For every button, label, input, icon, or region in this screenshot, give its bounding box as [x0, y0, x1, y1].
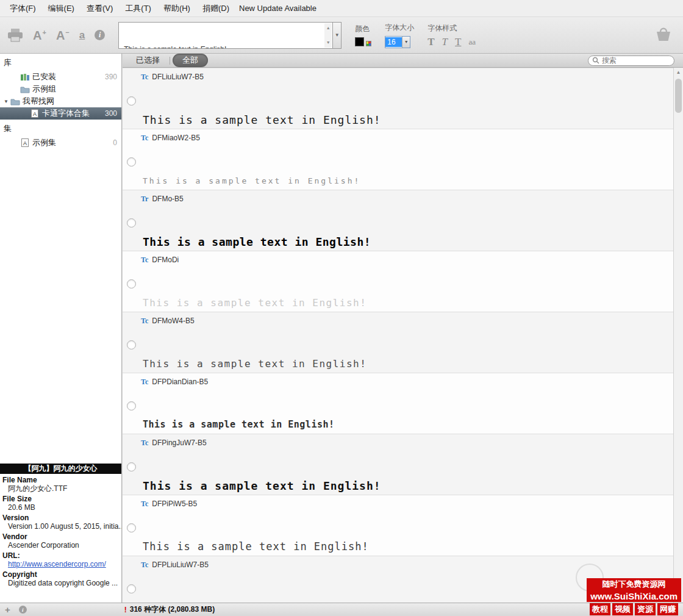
color-palette-icon[interactable] — [366, 41, 371, 46]
italic-style-button[interactable]: T — [442, 37, 448, 47]
menu-item[interactable]: 工具(T) — [119, 0, 157, 17]
font-row[interactable]: Tc DFPDianDian-B5 This is a sample text … — [123, 373, 673, 434]
font-select-radio[interactable] — [127, 279, 136, 288]
info-field-value: Digitized data copyright Google ... — [0, 579, 121, 587]
update-notice[interactable]: New Update Available — [239, 4, 316, 13]
tab-all-fonts[interactable]: 全部 — [173, 54, 208, 67]
font-size-select[interactable]: 16 ▼ — [385, 36, 410, 48]
font-sample-line1: This is a sample text in English! — [143, 113, 673, 126]
font-name: DFPDianDian-B5 — [152, 378, 208, 386]
letter-a-icon[interactable]: a — [79, 30, 85, 40]
scrollbar-thumb[interactable] — [675, 79, 682, 113]
watermark-badge: 网赚 — [657, 603, 678, 615]
font-select-radio[interactable] — [127, 96, 136, 106]
font-row[interactable]: Tc DFLiuLiuW7-B5 This is a sample text i… — [123, 68, 673, 129]
info-field-value: Ascender Corporation — [0, 541, 121, 550]
sidebar-item[interactable]: ▼ 已安装 390 — [0, 71, 121, 83]
underline-style-button[interactable]: T — [455, 37, 461, 47]
font-select-radio[interactable] — [127, 218, 136, 227]
status-info-icon[interactable]: i — [19, 606, 27, 614]
watermark-badges: 教程视频资源网赚 — [587, 603, 681, 615]
sets-section-header: 集 — [0, 120, 121, 137]
info-field-label: Version — [0, 514, 121, 522]
sidebar-item-count: 0 — [113, 138, 121, 147]
preview-dropdown-icon[interactable]: ▼ — [333, 22, 342, 49]
sidebar-item[interactable]: ▼ A 示例集 0 — [0, 137, 121, 149]
svg-text:A: A — [33, 111, 37, 117]
font-type-icon: Tc — [141, 378, 148, 387]
vertical-scrollbar[interactable]: ▲ — [673, 68, 683, 603]
search-input[interactable] — [602, 56, 670, 65]
scroll-up-icon[interactable]: ▲ — [674, 68, 683, 77]
font-row[interactable]: Tc DFMoW4-B5 This is a sample text in En… — [123, 312, 673, 373]
menu-item[interactable]: 编辑(E) — [42, 0, 80, 17]
font-select-radio[interactable] — [127, 401, 136, 410]
font-row[interactable]: Tr DFMo-B5 This is a sample text in Engl… — [123, 190, 673, 251]
font-type-icon: Tc — [141, 317, 148, 326]
font-size-label: 字体大小 — [385, 23, 414, 33]
add-icon[interactable]: + — [5, 604, 10, 615]
font-row[interactable]: Tc DFPingJuW7-B5 This is a sample text i… — [123, 434, 673, 495]
font-name: DFPingJuW7-B5 — [152, 439, 206, 447]
font-info-fields: File Name 阿九的少女心.TTF File Size 20.6 MB V… — [0, 476, 121, 587]
search-icon — [592, 57, 599, 64]
menu-item[interactable]: 帮助(H) — [157, 0, 196, 17]
info-field: File Name 阿九的少女心.TTF — [0, 476, 121, 493]
info-icon[interactable]: i — [95, 30, 105, 40]
sidebar-item[interactable]: ▼ A 卡通字体合集 300 — [0, 107, 121, 120]
sidebar-item-label: 我帮找网 — [23, 96, 54, 107]
sidebar-item-label: 示例集 — [32, 137, 56, 148]
font-size-group: 字体大小 16 ▼ — [385, 23, 414, 48]
font-select-radio[interactable] — [127, 157, 136, 167]
sidebar: 库 ▼ 已安装 390 ▼ 示例组 ▼ 我帮找网 ▼ A 卡通字体合集 300 … — [0, 54, 122, 603]
print-icon[interactable] — [7, 29, 23, 42]
sidebar-item[interactable]: ▼ 我帮找网 — [0, 95, 121, 107]
info-field: URL: http://www.ascendercorp.com/ — [0, 551, 121, 568]
decrease-font-size-icon[interactable]: A− — [56, 29, 70, 41]
search-box[interactable] — [588, 56, 674, 66]
folder-icon — [10, 98, 21, 106]
basket-icon[interactable] — [655, 26, 672, 44]
increase-font-size-icon[interactable]: A+ — [33, 29, 46, 41]
library-section-header: 库 — [0, 54, 121, 71]
font-row[interactable]: Tc DFMiaoW2-B5 This is a sample text in … — [123, 129, 673, 190]
letter-case-button[interactable]: aa — [468, 38, 476, 46]
preview-text-box[interactable]: This is a sample text in English! by wob… — [118, 22, 333, 49]
svg-text:A: A — [23, 140, 27, 146]
chevron-down-icon[interactable]: ▼ — [402, 37, 410, 48]
menu-item[interactable]: 字体(F) — [4, 0, 42, 17]
font-type-icon: Tc — [141, 560, 148, 570]
menu-item[interactable]: 捐赠(D) — [196, 0, 235, 17]
tab-selected-fonts[interactable]: 已选择 — [129, 54, 167, 67]
tab-separator — [170, 57, 170, 65]
font-select-radio[interactable] — [127, 340, 136, 349]
bold-style-button[interactable]: T — [427, 37, 434, 47]
sidebar-item-label: 已安装 — [32, 71, 56, 82]
font-sample-line1: This is a sample text in English! — [143, 235, 673, 248]
preview-text-line1: This is a sample text in English! — [124, 45, 323, 49]
menu-item[interactable]: 查看(V) — [80, 0, 119, 17]
watermark-site-url: www.SuiShiXia.com — [587, 590, 681, 602]
font-select-radio[interactable] — [127, 462, 136, 471]
font-select-radio[interactable] — [127, 523, 136, 532]
toolbar-left-icons: A+ A− a i — [7, 29, 105, 42]
font-name: DFPLiuLiuW7-B5 — [152, 560, 209, 569]
sidebar-item-count: 390 — [105, 73, 121, 81]
font-sample-line1: This is a sample text in English! — [143, 479, 673, 492]
text-color-swatch[interactable] — [355, 37, 364, 46]
font-select-radio[interactable] — [127, 584, 136, 593]
info-field-label: Vendor — [0, 532, 121, 541]
preview-spinner[interactable]: ▲▼ — [324, 23, 332, 48]
info-field-label: File Name — [0, 476, 121, 484]
font-row[interactable]: Tc DFPiPiW5-B5 This is a sample text in … — [123, 495, 673, 556]
font-type-icon: Tc — [141, 73, 148, 82]
disclosure-triangle-icon[interactable]: ▼ — [2, 99, 10, 104]
font-type-icon: Tc — [141, 134, 148, 143]
watermark-badge: 资源 — [635, 603, 656, 615]
sidebar-item[interactable]: ▼ 示例组 — [0, 83, 121, 95]
info-field-value: Version 1.00 August 5, 2015, initia... — [0, 522, 121, 531]
sidebar-item-label: 示例组 — [32, 84, 56, 95]
info-field-value[interactable]: http://www.ascendercorp.com/ — [0, 560, 121, 568]
font-row[interactable]: Tc DFMoDi This is a sample text in Engli… — [123, 251, 673, 312]
menu-items: 字体(F)编辑(E)查看(V)工具(T)帮助(H)捐赠(D) — [4, 0, 235, 17]
